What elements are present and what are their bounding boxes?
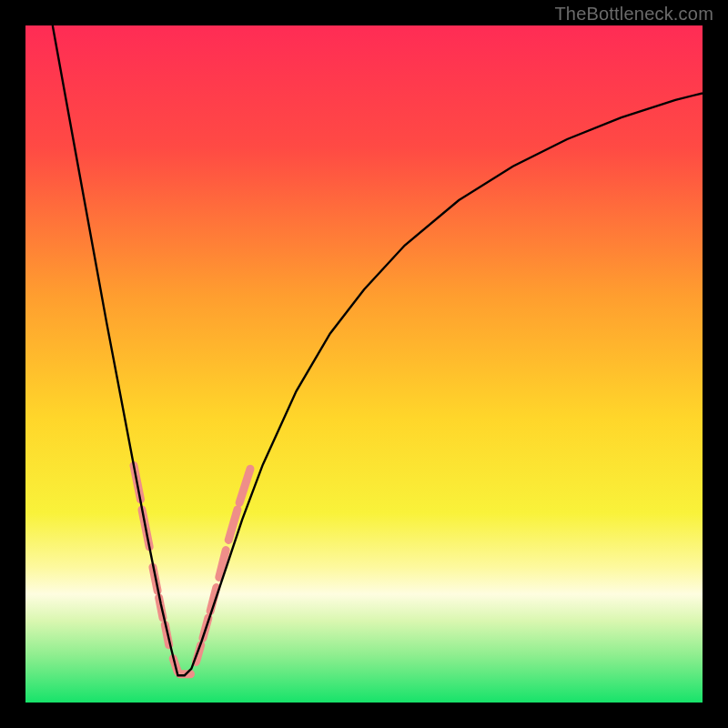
- watermark-text: TheBottleneck.com: [554, 4, 713, 25]
- gradient-background: [25, 25, 703, 703]
- plot-area: [25, 25, 703, 703]
- plot-svg: [25, 25, 703, 703]
- chart-frame: TheBottleneck.com: [0, 0, 728, 728]
